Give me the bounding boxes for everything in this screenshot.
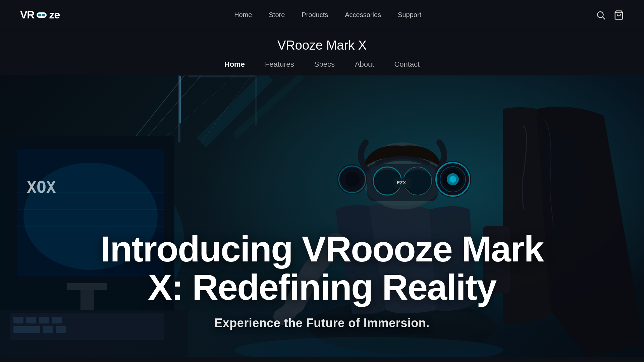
hero-content: Introducing VRoooze Mark X: Redefining R… xyxy=(87,230,557,330)
top-navbar: VR ze Home Store Products Accessories Su… xyxy=(0,0,644,30)
logo-text-suffix: ze xyxy=(49,9,60,21)
svg-rect-1 xyxy=(38,14,41,16)
sub-nav-link-home[interactable]: Home xyxy=(224,60,245,68)
svg-rect-25 xyxy=(13,317,23,323)
logo[interactable]: VR ze xyxy=(20,9,60,21)
nav-item-products[interactable]: Products xyxy=(302,11,328,19)
logo-text-vr: VR xyxy=(20,9,34,21)
nav-link-accessories[interactable]: Accessories xyxy=(345,11,381,18)
svg-point-43 xyxy=(362,159,443,206)
top-nav-links: Home Store Products Accessories Support xyxy=(234,11,421,19)
svg-line-5 xyxy=(603,17,605,19)
nav-item-home[interactable]: Home xyxy=(234,11,252,19)
sub-navbar: VRooze Mark X Home Features Specs About … xyxy=(0,30,644,75)
svg-rect-29 xyxy=(13,326,40,333)
svg-point-50 xyxy=(449,176,456,183)
cart-icon[interactable] xyxy=(614,10,624,20)
svg-rect-31 xyxy=(56,326,66,333)
nav-item-support[interactable]: Support xyxy=(398,11,421,19)
nav-item-store[interactable]: Store xyxy=(269,11,285,19)
svg-rect-59 xyxy=(179,76,181,123)
sub-nav-item-about[interactable]: About xyxy=(355,60,374,69)
svg-rect-27 xyxy=(39,317,49,323)
nav-link-store[interactable]: Store xyxy=(269,11,285,18)
sub-nav-link-about[interactable]: About xyxy=(355,60,374,68)
sub-nav-link-specs[interactable]: Specs xyxy=(314,60,335,68)
hero-section: XOX xyxy=(0,75,644,357)
svg-rect-26 xyxy=(26,317,36,323)
svg-rect-28 xyxy=(52,317,62,323)
sub-nav-link-features[interactable]: Features xyxy=(265,60,294,68)
nav-link-products[interactable]: Products xyxy=(302,11,328,18)
hero-main-title: Introducing VRoooze Mark X: Redefining R… xyxy=(87,230,557,306)
sub-nav-item-features[interactable]: Features xyxy=(265,60,294,69)
search-icon[interactable] xyxy=(596,10,606,20)
svg-point-53 xyxy=(345,172,360,187)
hero-subtitle: Experience the Future of Immersion. xyxy=(87,316,557,330)
svg-point-4 xyxy=(597,12,603,18)
nav-item-accessories[interactable]: Accessories xyxy=(345,11,381,19)
top-nav-icons xyxy=(596,10,624,20)
nav-link-home[interactable]: Home xyxy=(234,11,252,18)
logo-icon xyxy=(36,11,47,19)
svg-rect-57 xyxy=(188,75,255,77)
sub-nav-item-home[interactable]: Home xyxy=(224,60,245,69)
nav-link-support[interactable]: Support xyxy=(398,11,421,18)
sub-nav-links: Home Features Specs About Contact xyxy=(224,60,420,69)
svg-rect-30 xyxy=(43,326,53,333)
sub-nav-item-specs[interactable]: Specs xyxy=(314,60,335,69)
sub-nav-item-contact[interactable]: Contact xyxy=(394,60,420,69)
svg-rect-2 xyxy=(42,14,45,16)
product-title: VRooze Mark X xyxy=(277,38,367,53)
sub-nav-link-contact[interactable]: Contact xyxy=(394,60,420,68)
